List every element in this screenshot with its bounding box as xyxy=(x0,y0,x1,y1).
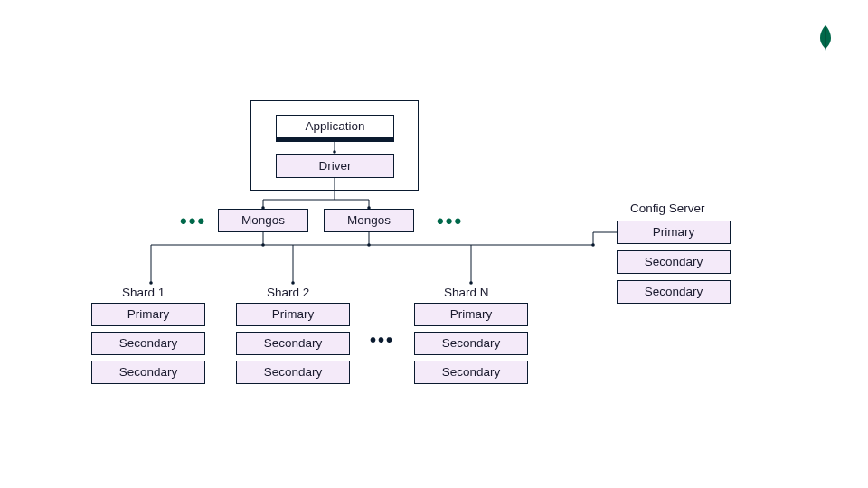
shard-1-secondary-2: Secondary xyxy=(91,361,205,384)
svg-point-9 xyxy=(261,243,265,247)
shard-1-label: Shard 1 xyxy=(122,286,165,299)
svg-point-11 xyxy=(367,243,371,247)
driver-box: Driver xyxy=(276,154,394,178)
svg-point-19 xyxy=(291,281,295,285)
application-underline xyxy=(276,138,394,142)
ellipsis-shards: ••• xyxy=(370,330,394,351)
svg-point-21 xyxy=(469,281,473,285)
shard-n-primary: Primary xyxy=(414,303,528,326)
mongos-box-2: Mongos xyxy=(324,209,414,232)
application-container: Application Driver xyxy=(250,100,419,191)
application-box: Application xyxy=(276,115,394,138)
shard-n-secondary-2: Secondary xyxy=(414,361,528,384)
shard-n-label: Shard N xyxy=(444,286,489,299)
config-server-label: Config Server xyxy=(630,202,705,215)
svg-point-17 xyxy=(149,281,153,285)
ellipsis-left: ••• xyxy=(180,210,206,233)
shard-2-secondary-2: Secondary xyxy=(236,361,350,384)
config-primary: Primary xyxy=(617,221,731,244)
shard-2-secondary-1: Secondary xyxy=(236,332,350,355)
shard-1-primary: Primary xyxy=(91,303,205,326)
mongos-box-1: Mongos xyxy=(218,209,308,232)
mongodb-leaf-icon xyxy=(817,25,834,54)
config-secondary-2: Secondary xyxy=(617,280,731,304)
shard-n-secondary-1: Secondary xyxy=(414,332,528,355)
shard-1-secondary-1: Secondary xyxy=(91,332,205,355)
connector-lines xyxy=(0,0,868,488)
svg-point-15 xyxy=(591,243,595,247)
shard-2-primary: Primary xyxy=(236,303,350,326)
ellipsis-right: ••• xyxy=(437,210,463,233)
shard-2-label: Shard 2 xyxy=(267,286,309,299)
config-secondary-1: Secondary xyxy=(617,250,731,274)
